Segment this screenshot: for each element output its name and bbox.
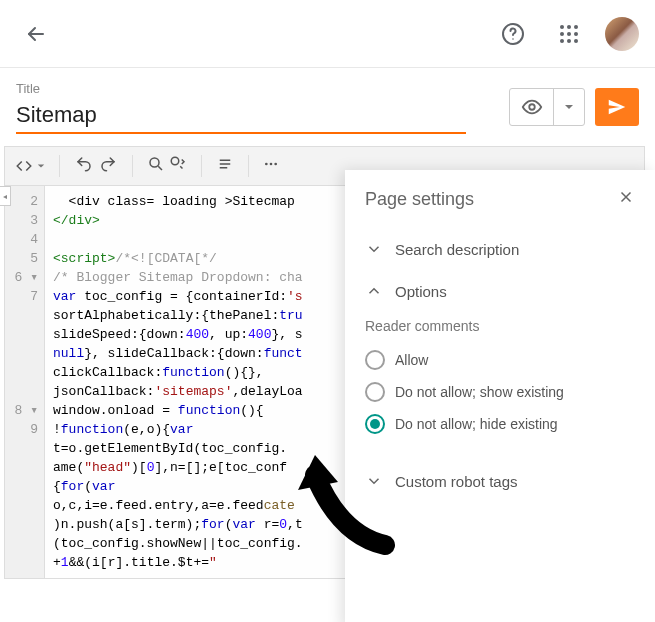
html-mode-button[interactable] <box>15 157 45 175</box>
redo-button[interactable] <box>98 155 118 177</box>
undo-button[interactable] <box>74 155 94 177</box>
more-button[interactable] <box>263 156 279 176</box>
title-row: Title <box>0 68 655 146</box>
section-search-description[interactable]: Search description <box>365 228 635 270</box>
radio-icon <box>365 414 385 434</box>
chevron-up-icon <box>365 282 383 300</box>
svg-point-15 <box>270 163 273 166</box>
radio-dont-allow-show[interactable]: Do not allow; show existing <box>365 376 635 408</box>
svg-point-5 <box>560 32 564 36</box>
section-options[interactable]: Options <box>365 270 635 312</box>
preview-button[interactable] <box>510 89 554 125</box>
help-icon[interactable] <box>493 14 533 54</box>
replace-button[interactable] <box>169 155 187 177</box>
svg-point-8 <box>560 39 564 43</box>
section-label: Options <box>395 283 447 300</box>
publish-button[interactable] <box>595 88 639 126</box>
title-input[interactable] <box>16 100 466 134</box>
title-label: Title <box>16 81 466 96</box>
svg-point-4 <box>574 25 578 29</box>
format-button[interactable] <box>216 155 234 177</box>
back-button[interactable] <box>16 14 56 54</box>
radio-icon <box>365 350 385 370</box>
line-gutter: 23456 ▾78 ▾9 <box>5 186 45 578</box>
svg-point-14 <box>265 163 268 166</box>
svg-point-1 <box>512 38 514 40</box>
preview-dropdown[interactable] <box>554 89 584 125</box>
page-settings-panel: Page settings Search description Options… <box>345 170 655 622</box>
radio-allow[interactable]: Allow <box>365 344 635 376</box>
section-label: Search description <box>395 241 519 258</box>
svg-point-3 <box>567 25 571 29</box>
svg-point-6 <box>567 32 571 36</box>
panel-title: Page settings <box>365 189 474 210</box>
chevron-down-icon <box>365 240 383 258</box>
svg-point-2 <box>560 25 564 29</box>
reader-comments-label: Reader comments <box>365 318 635 334</box>
search-button[interactable] <box>147 155 165 177</box>
svg-point-16 <box>274 163 277 166</box>
svg-point-7 <box>574 32 578 36</box>
svg-point-13 <box>171 157 179 165</box>
radio-icon <box>365 382 385 402</box>
radio-dont-allow-hide[interactable]: Do not allow; hide existing <box>365 408 635 440</box>
svg-point-11 <box>529 104 535 110</box>
close-icon[interactable] <box>617 188 635 210</box>
radio-label: Do not allow; show existing <box>395 384 564 400</box>
section-label: Custom robot tags <box>395 473 518 490</box>
apps-icon[interactable] <box>549 14 589 54</box>
chevron-down-icon <box>365 472 383 490</box>
radio-label: Do not allow; hide existing <box>395 416 558 432</box>
preview-split-button <box>509 88 585 126</box>
radio-label: Allow <box>395 352 428 368</box>
svg-point-12 <box>150 158 159 167</box>
svg-point-9 <box>567 39 571 43</box>
section-custom-robot-tags[interactable]: Custom robot tags <box>365 460 635 502</box>
svg-point-10 <box>574 39 578 43</box>
header <box>0 0 655 68</box>
avatar[interactable] <box>605 17 639 51</box>
gutter-collapse-handle[interactable]: ◂ <box>0 186 11 206</box>
